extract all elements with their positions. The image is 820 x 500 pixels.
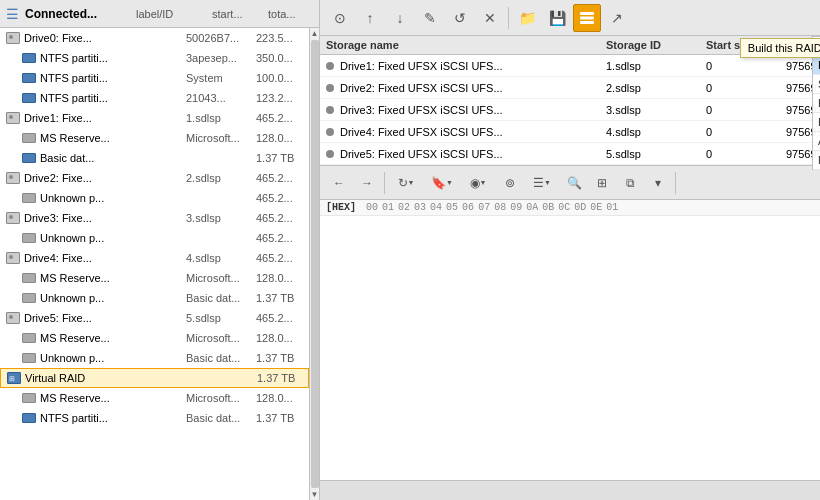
sidebar-item-asynchro[interactable]: Asynchro... xyxy=(813,132,820,151)
item-total: 1.37 TB xyxy=(257,372,309,384)
partition-icon xyxy=(22,133,36,143)
sidebar-item-rotation_s[interactable]: Rotation s... xyxy=(813,151,820,170)
toolbar-btn-up[interactable]: ↑ xyxy=(356,4,384,32)
sidebar-item-raid_alias[interactable]: RAID alias... xyxy=(813,113,820,132)
drive-name: Drive4: Fixed UFSX iSCSI UFS... xyxy=(340,126,503,138)
toolbar-btn-layers[interactable] xyxy=(573,4,601,32)
bookmark-icon: 🔖 xyxy=(431,176,446,190)
item-name-text: NTFS partiti... xyxy=(40,72,108,84)
bottom-btn-refresh[interactable]: ↻▼ xyxy=(389,170,423,196)
scroll-up-arrow[interactable]: ▲ xyxy=(311,29,319,38)
toolbar-btn-open[interactable]: 📁 xyxy=(513,4,541,32)
tree-item[interactable]: MS Reserve... Microsoft... 128.0... xyxy=(0,268,309,288)
item-name: MS Reserve... xyxy=(6,132,186,144)
hex-area: [HEX] 000102030405060708090A0B0C0D0E01 xyxy=(320,200,820,480)
item-total: 465.2... xyxy=(256,212,309,224)
start-sector: 0 xyxy=(706,82,786,94)
item-name-text: Drive4: Fixe... xyxy=(24,252,92,264)
toolbar-separator xyxy=(384,172,385,194)
tree-item[interactable]: Drive5: Fixe... 5.sdlsp 465.2... xyxy=(0,308,309,328)
sidebar-item-parity_delay[interactable]: Parity dela... xyxy=(813,94,820,113)
partition-icon xyxy=(22,413,36,423)
raid-row-name: Drive4: Fixed UFSX iSCSI UFS... xyxy=(326,126,606,138)
tree-item[interactable]: NTFS partiti... Basic dat... 1.37 TB xyxy=(0,408,309,428)
scroll-down-arrow[interactable]: ▼ xyxy=(311,490,319,499)
grid-icon: ⊞ xyxy=(597,176,607,190)
bottom-btn-forward[interactable]: → xyxy=(354,170,380,196)
sidebar-item-stripe_size[interactable]: Stripe size... xyxy=(813,75,820,94)
tree-item[interactable]: NTFS partiti... 21043... 123.2... xyxy=(0,88,309,108)
bottom-btn-target[interactable]: ⊚ xyxy=(497,170,523,196)
item-name-text: Drive0: Fixe... xyxy=(24,32,92,44)
raid-table-row[interactable]: Drive1: Fixed UFSX iSCSI UFS... 1.sdlsp … xyxy=(320,55,820,77)
tree-item[interactable]: Drive2: Fixe... 2.sdlsp 465.2... xyxy=(0,168,309,188)
drive-name: Drive5: Fixed UFSX iSCSI UFS... xyxy=(340,148,503,160)
tree-item[interactable]: ⊞ Virtual RAID 1.37 TB xyxy=(0,368,309,388)
item-name: Drive5: Fixe... xyxy=(6,312,186,324)
item-name-text: MS Reserve... xyxy=(40,132,110,144)
item-name: NTFS partiti... xyxy=(6,92,186,104)
bottom-btn-bookmark[interactable]: 🔖▼ xyxy=(425,170,459,196)
tree-item[interactable]: NTFS partiti... 3apeзep... 350.0... xyxy=(0,48,309,68)
export-icon: ↗ xyxy=(611,10,623,26)
bottom-btn-copy[interactable]: ⧉ xyxy=(617,170,643,196)
bottom-btn-view3d[interactable]: ◉▼ xyxy=(461,170,495,196)
bottom-btn-list[interactable]: ☰▼ xyxy=(525,170,559,196)
item-total: 123.2... xyxy=(256,92,309,104)
raid-table-row[interactable]: Drive4: Fixed UFSX iSCSI UFS... 4.sdlsp … xyxy=(320,121,820,143)
item-name: Drive4: Fixe... xyxy=(6,252,186,264)
raid-dot xyxy=(326,84,334,92)
svg-rect-2 xyxy=(580,21,594,24)
hex-offset: 08 xyxy=(494,202,506,213)
search-icon: 🔍 xyxy=(567,176,582,190)
item-name-text: Basic dat... xyxy=(40,152,94,164)
toolbar-separator xyxy=(675,172,676,194)
tree-item[interactable]: Basic dat... 1.37 TB xyxy=(0,148,309,168)
item-name: Unknown p... xyxy=(6,192,186,204)
toolbar-btn-cancel[interactable]: ✕ xyxy=(476,4,504,32)
start-sector: 0 xyxy=(706,148,786,160)
tree-item[interactable]: Drive1: Fixe... 1.sdlsp 465.2... xyxy=(0,108,309,128)
tree-item[interactable]: Drive3: Fixe... 3.sdlsp 465.2... xyxy=(0,208,309,228)
raid-table-row[interactable]: Drive3: Fixed UFSX iSCSI UFS... 3.sdlsp … xyxy=(320,99,820,121)
toolbar-btn-down[interactable]: ↓ xyxy=(386,4,414,32)
item-total: 350.0... xyxy=(256,52,309,64)
storage-id: 1.sdlsp xyxy=(606,60,706,72)
drive-icon xyxy=(6,112,20,124)
tree-item[interactable]: MS Reserve... Microsoft... 128.0... xyxy=(0,128,309,148)
toolbar-btn-scan[interactable]: ⊙ xyxy=(326,4,354,32)
tree-item[interactable]: Drive0: Fixe... 50026B7... 223.5... xyxy=(0,28,309,48)
raid-table-row[interactable]: Drive2: Fixed UFSX iSCSI UFS... 2.sdlsp … xyxy=(320,77,820,99)
left-panel: ☰ Connected... label/ID start... tota...… xyxy=(0,0,320,500)
partition-icon xyxy=(22,53,36,63)
bottom-btn-search[interactable]: 🔍 xyxy=(561,170,587,196)
tree-item[interactable]: Drive4: Fixe... 4.sdlsp 465.2... xyxy=(0,248,309,268)
tree-item[interactable]: NTFS partiti... System 100.0... xyxy=(0,68,309,88)
tree-item[interactable]: MS Reserve... Microsoft... 128.0... xyxy=(0,328,309,348)
toolbar-btn-undo[interactable]: ↺ xyxy=(446,4,474,32)
toolbar-tooltip: Build this RAID (Ctrl+Enter) xyxy=(740,38,820,58)
bottom-btn-more[interactable]: ▾ xyxy=(645,170,671,196)
item-label: 4.sdlsp xyxy=(186,252,256,264)
tree-item[interactable]: Unknown p... Basic dat... 1.37 TB xyxy=(0,288,309,308)
partition-icon xyxy=(22,93,36,103)
hex-offset: 0B xyxy=(542,202,554,213)
item-label: Microsoft... xyxy=(186,132,256,144)
item-label: Microsoft... xyxy=(186,392,256,404)
sidebar-item-parity_dist[interactable]: Parity dist... xyxy=(813,56,820,75)
hex-offset: 01 xyxy=(606,202,618,213)
bottom-btn-back[interactable]: ← xyxy=(326,170,352,196)
toolbar-btn-save[interactable]: 💾 xyxy=(543,4,571,32)
col-storage-name: Storage name xyxy=(326,39,606,51)
tree-item[interactable]: Unknown p... Basic dat... 1.37 TB xyxy=(0,348,309,368)
hex-content xyxy=(320,216,820,480)
bottom-btn-grid[interactable]: ⊞ xyxy=(589,170,615,196)
item-name: MS Reserve... xyxy=(6,332,186,344)
tree-item[interactable]: Unknown p... 465.2... xyxy=(0,228,309,248)
toolbar-btn-edit[interactable]: ✎ xyxy=(416,4,444,32)
tree-item[interactable]: MS Reserve... Microsoft... 128.0... xyxy=(0,388,309,408)
tree-item[interactable]: Unknown p... 465.2... xyxy=(0,188,309,208)
raid-table-row[interactable]: Drive5: Fixed UFSX iSCSI UFS... 5.sdlsp … xyxy=(320,143,820,165)
toolbar-btn-export[interactable]: ↗ xyxy=(603,4,631,32)
scroll-bar[interactable]: ▲ ▼ xyxy=(309,28,319,500)
